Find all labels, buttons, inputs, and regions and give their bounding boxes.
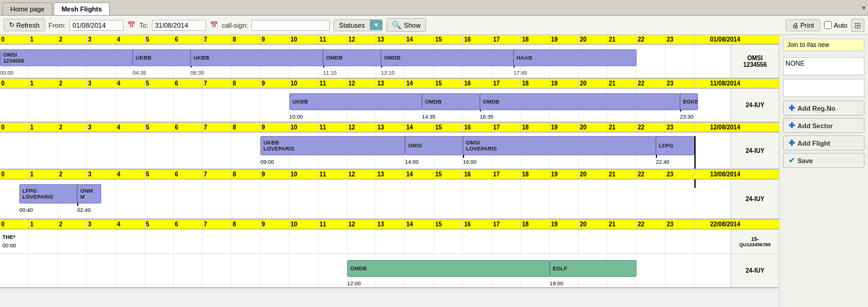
auto-label: Auto (834, 22, 848, 29)
add-reg-button[interactable]: ✚ Add Reg.No (783, 101, 864, 116)
h20: 20 (579, 35, 608, 44)
bar-omsi-1234556[interactable]: OMSI 1234556 (0, 49, 133, 66)
tab-mesh-flights[interactable]: Mesh Flights (54, 2, 110, 15)
to-date-input[interactable] (152, 20, 206, 31)
gantt-row-3: 01234567891011121314151617181920212223 1… (0, 123, 779, 170)
timeline-1[interactable]: OMSI 1234556 00:00 04:35 UKBB 06:35 (0, 45, 731, 78)
timeline-2[interactable]: UKBB 10:00 14:35 OMDB 16:35 OMDB (0, 88, 731, 122)
time-06-35: 06:35 (190, 70, 204, 76)
h4: 4 (116, 35, 145, 44)
toolbar: ↻ Refresh From: 📅 To: 📅 call-sign: Statu… (0, 16, 868, 35)
refresh-icon: ↻ (9, 21, 14, 29)
time-19-00-r5: 19:00 (550, 281, 564, 287)
time-16-00: 16:00 (463, 159, 477, 165)
statuses-dropdown-arrow[interactable]: ▼ (370, 20, 382, 30)
h0: 0 (0, 35, 29, 44)
tooltip-text: Join to #as new (787, 42, 829, 48)
bar-omdb-r5[interactable]: OMDB (347, 260, 550, 277)
bar-lfpg-r4[interactable]: LFPG LOVEPARIS (19, 184, 77, 203)
tabs-bar: Home page Mesh Flights ▾ (0, 0, 868, 16)
h16: 16 (463, 35, 492, 44)
hour-header-5: 01234567891011121314151617181920212223 2… (0, 220, 779, 229)
bar-omsi-r3[interactable]: OMSI (405, 136, 463, 155)
bar-omdb-r2-1[interactable]: OMDB (422, 93, 480, 110)
flight-row-4: LFPG LOVEPARIS 00:40 02:40 ONM M 24-IUY (0, 179, 779, 220)
h17: 17 (492, 35, 521, 44)
print-button[interactable]: 🖨 Print (785, 19, 821, 31)
callsign-input[interactable] (251, 20, 330, 31)
gantt-container[interactable]: 0 1 2 3 4 5 6 7 8 9 10 11 12 13 14 15 16… (0, 35, 779, 307)
right-panel: Join to #as new NONE ✚ Add Reg.No ✚ Add … (779, 35, 868, 307)
add-flight-button[interactable]: ✚ Add Flight (783, 135, 864, 150)
h22: 22 (637, 35, 665, 44)
from-date-input[interactable] (69, 20, 124, 31)
row-reg-1: OMSI 1234556 (731, 45, 779, 78)
reg-none-text: NONE (785, 60, 805, 67)
add-sector-label: Add Sector (797, 122, 833, 129)
statuses-label[interactable]: Statuses (334, 20, 370, 31)
time-00-00: 00:00 (0, 70, 14, 76)
statuses-button[interactable]: Statuses ▼ (333, 19, 383, 31)
bar-ukbb-1[interactable]: UKBB (133, 49, 190, 66)
from-label: From: (49, 22, 66, 29)
save-check-icon: ✔ (788, 156, 795, 165)
bar-onm-r4[interactable]: ONM M (77, 184, 101, 203)
h9: 9 (260, 35, 289, 44)
show-label: Show (404, 22, 421, 29)
search-icon: 🔍 (392, 20, 401, 29)
date-3: 12/08/2014 (694, 123, 743, 132)
add-sector-button[interactable]: ✚ Add Sector (783, 118, 864, 133)
h13: 13 (376, 35, 405, 44)
h12: 12 (347, 35, 376, 44)
date-2: 11/08/2014 (694, 79, 743, 88)
bar-ukbb-2[interactable]: UKBB (190, 49, 323, 66)
plus-sector-icon: ✚ (788, 121, 795, 130)
h2: 2 (58, 35, 87, 44)
bar-omsi-loveparis-r3[interactable]: OMSI LOVEPARIS (463, 136, 656, 155)
timeline-4[interactable]: LFPG LOVEPARIS 00:40 02:40 ONM M (0, 179, 731, 219)
bar-haab-1[interactable]: HAAB (514, 49, 637, 66)
h5: 5 (145, 35, 174, 44)
add-reg-label: Add Reg.No (797, 105, 835, 112)
date-5: 22/08/2014 (694, 220, 743, 229)
reg-qu-label: QU123456789 (739, 242, 770, 247)
gantt-row-5: 01234567891011121314151617181920212223 2… (0, 220, 779, 288)
timeline-5a[interactable]: THE* 00:00 (0, 229, 731, 253)
row-reg-5b: 24-IUY (731, 254, 779, 287)
h23: 23 (665, 35, 694, 44)
save-button[interactable]: ✔ Save (783, 153, 864, 168)
bar-eglf-r5[interactable]: EGLF (550, 260, 637, 277)
timeline-3[interactable]: UKBB LOVEPARIS 09:00 14:00 OMSI 16:00 OM… (0, 132, 731, 169)
time-00-00-r5: 00:00 (2, 243, 16, 249)
refresh-button[interactable]: ↻ Refresh (4, 19, 45, 31)
h1: 1 (29, 35, 58, 44)
refresh-label: Refresh (16, 22, 40, 29)
bar-egkb-r2[interactable]: EGKB (680, 93, 698, 110)
bar-ukbb-r3[interactable]: UKBB LOVEPARIS (260, 136, 405, 155)
scroll-right-icon[interactable]: ▾ (862, 4, 866, 12)
show-button[interactable]: 🔍 Show (386, 18, 426, 32)
bar-lfpg-r3[interactable]: LFPG (656, 136, 694, 155)
main-area: 0 1 2 3 4 5 6 7 8 9 10 11 12 13 14 15 16… (0, 35, 868, 307)
auto-checkbox[interactable] (824, 21, 832, 29)
h21: 21 (608, 35, 637, 44)
time-13-10: 13:10 (381, 70, 395, 76)
time-10-00: 10:00 (289, 114, 303, 120)
icon-action-box[interactable]: ⊞ (851, 19, 864, 32)
bar-ukbb-r2-1[interactable]: UKBB (289, 93, 422, 110)
timeline-5b[interactable]: OMDB 12:00 EGLF 19:00 (0, 254, 731, 287)
tooltip-join: Join to #as new (783, 39, 864, 51)
callsign-label: call-sign: (222, 22, 248, 29)
reg-24iuy-box (783, 79, 864, 97)
bar-omdb-1[interactable]: OMDB (323, 49, 381, 66)
hour-header-4: 01234567891011121314151617181920212223 1… (0, 170, 779, 179)
h14: 14 (405, 35, 434, 44)
hour-header-2: 01234567891011121314151617181920212223 1… (0, 79, 779, 88)
bar-omdb-2[interactable]: OMDB (381, 49, 514, 66)
tab-home[interactable]: Home page (2, 2, 52, 15)
row-reg-4: 24-IUY (731, 179, 779, 219)
flight-row-3: UKBB LOVEPARIS 09:00 14:00 OMSI 16:00 OM… (0, 132, 779, 170)
h7: 7 (203, 35, 231, 44)
bar-omdb-r2-2[interactable]: OMDB (480, 93, 680, 110)
connector-r4-from-prev (694, 179, 696, 188)
